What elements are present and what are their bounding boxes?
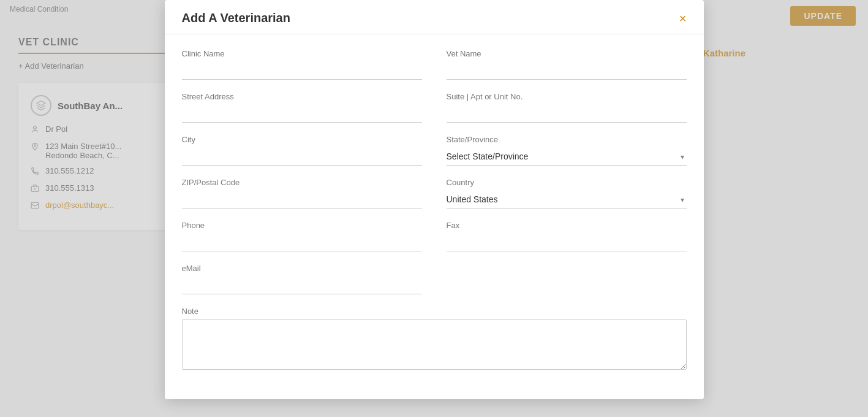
state-group: State/Province Select State/Province Ala… <box>447 135 687 166</box>
background-page: Medical Condition UPDATE is: Katharine V… <box>0 0 868 417</box>
form-row-7: Note <box>182 307 687 382</box>
street-address-label: Street Address <box>182 92 422 101</box>
email-input[interactable] <box>182 277 422 294</box>
email-label: eMail <box>182 264 422 273</box>
clinic-name-label: Clinic Name <box>182 49 422 58</box>
add-veterinarian-modal: Add A Veterinarian × Clinic Name Vet Nam… <box>165 0 704 399</box>
zip-label: ZIP/Postal Code <box>182 178 422 187</box>
suite-label: Suite | Apt or Unit No. <box>447 92 687 101</box>
fax-label: Fax <box>447 221 687 230</box>
clinic-name-group: Clinic Name <box>182 49 422 80</box>
city-group: City <box>182 135 422 166</box>
zip-input[interactable] <box>182 191 422 208</box>
form-row-6: eMail <box>182 264 687 307</box>
note-textarea[interactable] <box>182 319 687 370</box>
zip-group: ZIP/Postal Code <box>182 178 422 208</box>
country-label: Country <box>447 178 687 187</box>
modal-title: Add A Veterinarian <box>182 11 290 25</box>
form-row-1: Clinic Name Vet Name <box>182 49 687 92</box>
form-row-4: ZIP/Postal Code Country United States Ca… <box>182 178 687 221</box>
phone-input[interactable] <box>182 234 422 251</box>
clinic-name-input[interactable] <box>182 62 422 80</box>
modal-header: Add A Veterinarian × <box>165 0 704 34</box>
country-select-wrapper: United States Canada United Kingdom Aust… <box>447 191 687 208</box>
email-group: eMail <box>182 264 422 294</box>
note-group: Note <box>182 307 687 370</box>
phone-group: Phone <box>182 221 422 251</box>
vet-name-group: Vet Name <box>447 49 687 80</box>
vet-name-label: Vet Name <box>447 49 687 58</box>
modal-close-button[interactable]: × <box>679 12 687 25</box>
form-row-3: City State/Province Select State/Provinc… <box>182 135 687 178</box>
suite-input[interactable] <box>447 105 687 123</box>
state-select[interactable]: Select State/Province Alabama Alaska Ari… <box>447 148 687 166</box>
street-address-group: Street Address <box>182 92 422 123</box>
email-row-spacer <box>447 264 687 307</box>
country-group: Country United States Canada United King… <box>447 178 687 208</box>
vet-name-input[interactable] <box>447 62 687 80</box>
modal-overlay: Add A Veterinarian × Clinic Name Vet Nam… <box>0 0 868 417</box>
state-select-wrapper: Select State/Province Alabama Alaska Ari… <box>447 148 687 166</box>
fax-group: Fax <box>447 221 687 251</box>
state-label: State/Province <box>447 135 687 144</box>
street-address-input[interactable] <box>182 105 422 123</box>
form-row-2: Street Address Suite | Apt or Unit No. <box>182 92 687 135</box>
modal-body: Clinic Name Vet Name Street Address <box>165 34 704 399</box>
form-row-5: Phone Fax <box>182 221 687 264</box>
suite-group: Suite | Apt or Unit No. <box>447 92 687 123</box>
city-input[interactable] <box>182 148 422 166</box>
country-select[interactable]: United States Canada United Kingdom Aust… <box>447 191 687 208</box>
phone-label: Phone <box>182 221 422 230</box>
note-label: Note <box>182 307 687 316</box>
fax-input[interactable] <box>447 234 687 251</box>
city-label: City <box>182 135 422 144</box>
